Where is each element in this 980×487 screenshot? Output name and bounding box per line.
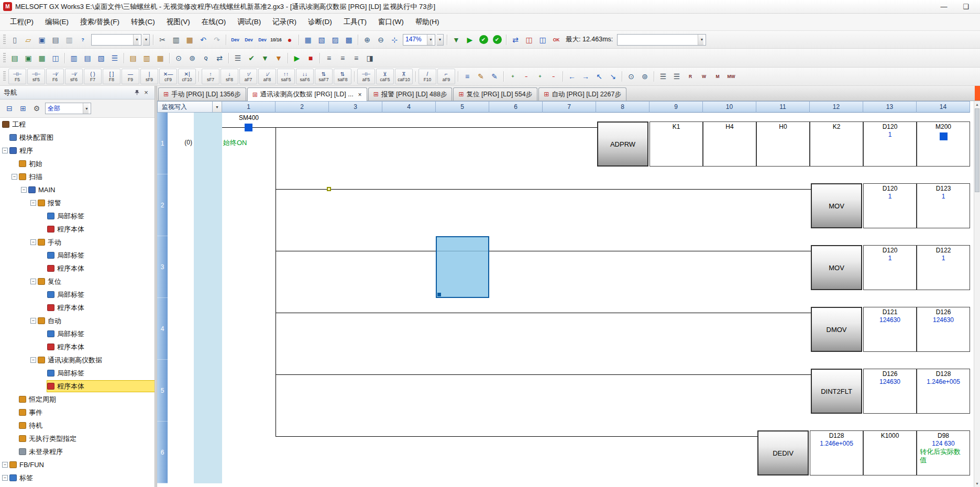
ladder-editor-button[interactable]: ▦ <box>302 34 314 46</box>
comment-display-button[interactable]: ≡ <box>350 52 362 64</box>
operand-h0[interactable]: H0 <box>756 121 810 167</box>
collapse-icon[interactable]: − <box>30 239 36 245</box>
scroll-up-icon[interactable]: ▲ <box>974 101 980 108</box>
delete-row-button[interactable]: − <box>520 70 533 83</box>
nav-filter-combo-arrow-icon[interactable]: ▼ <box>83 103 89 114</box>
previous-device-button[interactable]: ↖ <box>593 70 605 83</box>
collapse-icon[interactable]: − <box>30 318 36 324</box>
menu-item-recording[interactable]: 记录(R) <box>267 14 302 30</box>
global-label-button[interactable]: ▤ <box>127 52 139 64</box>
edit-device-comment-button[interactable]: ✎ <box>488 70 501 83</box>
check-ok-button[interactable]: OK <box>550 34 563 46</box>
tab-close-icon[interactable]: × <box>358 91 362 98</box>
tree-item-program[interactable]: −程序 <box>0 144 155 157</box>
instruction-block-dmov[interactable]: DMOV <box>811 307 862 352</box>
tree-item-event[interactable]: 事件 <box>0 406 155 419</box>
simulation-start-button[interactable]: ▶ <box>291 52 303 64</box>
print-button[interactable]: ▤ <box>49 34 62 46</box>
undo-button[interactable]: ↶ <box>197 34 210 46</box>
parallel-open-contact-button[interactable]: ⊣⊢sF5 <box>27 69 45 84</box>
menu-item-view[interactable]: 视图(V) <box>161 14 196 30</box>
add-new-module-button[interactable]: ▧ <box>95 52 107 64</box>
rung-number[interactable]: 5 <box>157 360 168 422</box>
tree-item-alarm-block[interactable]: −报警 <box>0 196 155 209</box>
collapse-icon[interactable]: − <box>2 462 8 468</box>
rising-pulse-button[interactable]: ↑sF7 <box>202 69 219 84</box>
find-device-button[interactable]: ⊙ <box>172 52 185 64</box>
application-instruction-button[interactable]: [ ]F8 <box>103 69 120 84</box>
contact-on-symbol[interactable] <box>245 124 252 131</box>
tree-item-label-folder[interactable]: −标签 <box>0 471 155 484</box>
zoom-combo[interactable]: 147%▼ <box>403 34 435 46</box>
menu-item-tools[interactable]: 工具(T) <box>338 14 372 30</box>
local-label-window-button[interactable]: ▥ <box>140 52 153 64</box>
minimize-button[interactable]: — <box>933 1 955 13</box>
find-string-button[interactable]: Q <box>200 52 212 64</box>
new-project-button[interactable]: ▯ <box>8 34 21 46</box>
ladder-header-dropdown-icon[interactable]: ▼ <box>213 101 222 113</box>
instruction-block-adprw[interactable]: ADPRW <box>597 121 648 167</box>
find-replace-button[interactable]: ⊚ <box>638 70 651 83</box>
tree-item-fixed-scan[interactable]: 恒定周期 <box>0 393 155 406</box>
parameter-button[interactable]: ▤ <box>81 52 94 64</box>
tree-item-program-body-auto[interactable]: 程序本体 <box>0 340 155 353</box>
device-list-button[interactable]: ☰ <box>232 52 244 64</box>
menu-item-find-replace[interactable]: 搜索/替换(F) <box>74 14 125 30</box>
tab-reset[interactable]: ⊞复位 [PRG] [LD] 554步 <box>453 87 537 101</box>
open-contact-button[interactable]: ⊣⊢F5 <box>8 69 26 84</box>
tree-item-local-label-reset[interactable]: 局部标签 <box>0 288 155 301</box>
statement-display-button[interactable]: ≡ <box>323 52 335 64</box>
tab-auto[interactable]: ⊞自动 [PRG] [LD] 2267步 <box>538 87 626 101</box>
next-device-button[interactable]: ↘ <box>607 70 619 83</box>
tree-item-program-body-alarm[interactable]: 程序本体 <box>0 223 155 236</box>
module-configuration-button[interactable]: ▥ <box>68 52 80 64</box>
simulation-stop-button[interactable]: ■ <box>304 52 317 64</box>
parallel-rising-pulse-close-button[interactable]: ⇅saF7 <box>315 69 333 84</box>
rising-pulse-close-button[interactable]: ↑∕aF7 <box>239 69 257 84</box>
menu-item-edit[interactable]: 编辑(E) <box>39 14 74 30</box>
help-button[interactable]: ? <box>76 34 89 46</box>
fbd-editor-button[interactable]: ▨ <box>329 34 342 46</box>
menu-item-project[interactable]: 工程(P) <box>4 14 39 30</box>
operand-d126[interactable]: D126124630 <box>863 369 917 414</box>
collapse-icon[interactable]: − <box>30 279 36 284</box>
draw-line-button[interactable]: /F10 <box>419 69 436 84</box>
edit-note-button[interactable]: ✎ <box>475 70 487 83</box>
tree-item-main[interactable]: −MAIN <box>0 183 155 196</box>
zoom-combo-option-button[interactable]: ▼ <box>437 34 444 46</box>
tab-manual[interactable]: ⊞手动 [PRG] [LD] 1356步 <box>158 87 246 101</box>
read-from-plc-button[interactable]: ◫ <box>523 34 535 46</box>
monitor-stop-red-button[interactable]: ● <box>283 34 296 46</box>
close-icon[interactable]: × <box>141 88 151 97</box>
monitor-mode-button[interactable]: M <box>711 70 724 83</box>
instruction-block-dint2flt[interactable]: DINT2FLT <box>811 369 862 414</box>
menu-item-convert[interactable]: 转换(C) <box>125 14 161 30</box>
insert-row-button[interactable]: + <box>506 70 519 83</box>
rung-number[interactable]: 4 <box>157 298 168 360</box>
horizontal-line-button[interactable]: —F9 <box>122 69 139 84</box>
cut-button[interactable]: ✂ <box>156 34 169 46</box>
convert-result-falling-button[interactable]: ⊼caF10 <box>395 69 413 84</box>
print-preview-button[interactable]: ▥ <box>63 34 75 46</box>
copy-button[interactable]: ▥ <box>170 34 182 46</box>
tree-item-standby[interactable]: 待机 <box>0 419 155 432</box>
maximize-button[interactable]: ❑ <box>955 1 977 13</box>
ladder-cursor-cell[interactable] <box>436 236 489 298</box>
tree-item-project-root[interactable]: 工程 <box>0 118 155 131</box>
run-program-button[interactable]: ▶ <box>464 34 476 46</box>
rebuild-all-button[interactable]: ▼ <box>272 52 285 64</box>
menu-item-online[interactable]: 在线(O) <box>196 14 232 30</box>
operand-d120[interactable]: D1201 <box>863 121 917 167</box>
parallel-closed-contact-button[interactable]: ⊣∕sF6 <box>65 69 83 84</box>
element-selection-window-button[interactable]: ▣ <box>22 52 35 64</box>
tree-item-local-label-alarm[interactable]: 局部标签 <box>0 209 155 223</box>
device-batch-monitor-button[interactable]: Dev <box>256 34 269 46</box>
online-verify-button[interactable]: ◫ <box>536 34 549 46</box>
window-arrange-button[interactable]: ◨ <box>364 52 376 64</box>
tree-item-manual-block[interactable]: −手动 <box>0 236 155 249</box>
write-mode-button[interactable]: W <box>698 70 710 83</box>
jump-previous-button[interactable]: ← <box>566 70 578 83</box>
tree-item-program-body-reset[interactable]: 程序本体 <box>0 301 155 314</box>
operand-d128[interactable]: D1281.246e+005 <box>917 369 970 414</box>
vertical-line-button[interactable]: |sF9 <box>140 69 158 84</box>
